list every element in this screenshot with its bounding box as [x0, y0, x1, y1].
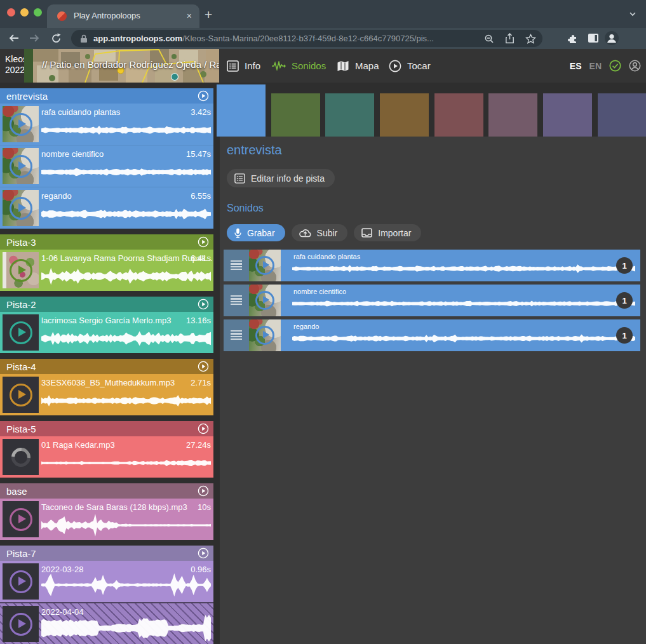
play-icon[interactable] [10, 508, 32, 531]
clip-row[interactable]: 2022-03-28 0.96s [0, 561, 213, 602]
bookmark-star-icon[interactable] [525, 34, 536, 44]
clip-thumbnail[interactable] [3, 106, 39, 142]
reload-button[interactable] [48, 30, 64, 46]
side-panel-icon[interactable] [586, 30, 601, 46]
clip-row[interactable]: nombre cientifico 15.47s [0, 145, 213, 187]
import-icon [361, 228, 372, 238]
clip-row[interactable]: 2022-04-04 [0, 602, 213, 644]
profile-avatar[interactable] [604, 30, 619, 46]
clip-thumbnail[interactable] [3, 501, 39, 537]
track-header-pista-2[interactable]: Pista-2 [0, 297, 213, 312]
track-map-thumbnail[interactable]: // Patio en Bordador Rodríguez Ojeda / R… [24, 49, 219, 83]
url-bar[interactable]: app.antropoloops.com/Kleos-Santa-Marina/… [71, 30, 542, 47]
waveform [41, 326, 211, 351]
tab-mapa[interactable]: Mapa [337, 49, 379, 83]
sound-thumbnail[interactable] [249, 250, 281, 281]
browser-tab[interactable]: Play Antropoloops × [47, 4, 199, 28]
play-icon[interactable] [10, 570, 32, 593]
track-square-entrevista[interactable] [217, 84, 266, 137]
track-header-base[interactable]: base [0, 483, 213, 499]
tab-close-icon[interactable]: × [187, 10, 192, 22]
track-square-7[interactable] [543, 93, 592, 137]
track-header-pista-4[interactable]: Pista-4 [0, 359, 213, 374]
clip-thumbnail[interactable] [3, 606, 39, 642]
sound-row[interactable]: rafa cuidando plantas 1 [224, 250, 640, 281]
macos-minimize-button[interactable] [20, 8, 29, 17]
waveform [292, 330, 635, 347]
import-button[interactable]: Importar [354, 224, 421, 241]
new-tab-button[interactable]: + [205, 7, 212, 22]
track-header-pista-5[interactable]: Pista-5 [0, 421, 213, 436]
track-play-icon[interactable] [198, 299, 209, 310]
edit-track-info-button[interactable]: Editar info de pista [227, 169, 335, 187]
sound-row[interactable]: nombre cientifico 1 [224, 285, 640, 316]
tracks-sidebar: entrevista rafa cuidando plantas 3.42s n… [0, 83, 213, 644]
clip-row[interactable]: lacrimosa Sergio García Merlo.mp3 13.16s [0, 312, 213, 353]
clip-row[interactable]: 1-06 Lavanya Rama Poorna Shadjam Rupak..… [0, 250, 213, 291]
drag-handle[interactable] [224, 319, 249, 351]
play-icon[interactable] [10, 113, 32, 136]
lang-en[interactable]: EN [589, 61, 602, 71]
track-square-8[interactable] [598, 93, 646, 137]
track-header-entrevista[interactable]: entrevista [0, 88, 213, 104]
track-square-3[interactable] [325, 93, 374, 137]
track-square-4[interactable] [380, 93, 429, 137]
zoom-out-icon[interactable] [484, 34, 494, 44]
clip-row[interactable]: Taconeo de Sara Baras (128 kbps).mp3 10s [0, 499, 213, 540]
sound-thumbnail[interactable] [249, 319, 281, 351]
tab-search-chevron-icon[interactable] [628, 10, 637, 18]
macos-zoom-button[interactable] [34, 8, 42, 17]
record-button[interactable]: Grabar [227, 224, 285, 241]
extensions-puzzle-icon[interactable] [565, 30, 581, 46]
play-icon[interactable] [10, 613, 32, 636]
track-play-icon[interactable] [198, 485, 209, 497]
clip-thumbnail[interactable] [3, 563, 39, 600]
drag-handle[interactable] [224, 285, 249, 316]
clip-row[interactable]: regando 6.55s [0, 187, 213, 229]
clip-thumbnail[interactable] [3, 252, 39, 288]
clip-thumbnail[interactable] [3, 190, 39, 226]
clip-thumbnail[interactable] [3, 148, 39, 184]
track-play-icon[interactable] [198, 547, 209, 559]
track-square-2[interactable] [271, 93, 320, 137]
track-play-icon[interactable] [198, 423, 209, 434]
clip-row[interactable]: rafa cuidando plantas 3.42s [0, 104, 213, 145]
track-square-6[interactable] [488, 93, 537, 137]
edit-list-icon [234, 173, 245, 184]
count-badge: 1 [616, 292, 633, 309]
clip-thumbnail[interactable] [3, 377, 39, 413]
clip-row[interactable]: 33ESX6038_B5_Muthedukkum.mp3 2.71s [0, 374, 213, 415]
share-icon[interactable] [505, 33, 515, 44]
track-play-icon[interactable] [198, 90, 209, 102]
play-icon[interactable] [10, 155, 32, 178]
tab-tocar[interactable]: Tocar [389, 49, 431, 83]
upload-button[interactable]: Subir [292, 224, 348, 241]
sound-thumbnail[interactable] [249, 285, 281, 316]
drag-handle[interactable] [224, 250, 249, 281]
play-icon[interactable] [10, 321, 32, 344]
play-icon[interactable] [10, 197, 32, 220]
clip-thumbnail[interactable] [3, 314, 39, 351]
panel-title: entrevista [227, 143, 282, 158]
back-button[interactable] [6, 30, 22, 46]
tab-sonidos[interactable]: Sonidos [272, 49, 326, 83]
play-icon[interactable] [255, 256, 274, 275]
play-icon[interactable] [255, 291, 274, 310]
forward-button[interactable] [27, 30, 42, 46]
track-header-pista-7[interactable]: Pista-7 [0, 546, 213, 561]
play-icon[interactable] [255, 326, 274, 345]
track-play-icon[interactable] [198, 236, 209, 248]
macos-close-button[interactable] [7, 8, 15, 17]
track-play-icon[interactable] [198, 361, 209, 372]
sound-row[interactable]: regando 1 [224, 319, 640, 351]
play-icon[interactable] [10, 384, 32, 406]
map-pin-teal [172, 74, 178, 81]
clip-row[interactable]: 01 Raga Kedar.mp3 27.24s [0, 436, 213, 478]
play-icon[interactable] [10, 259, 32, 282]
tab-info[interactable]: Info [227, 49, 260, 83]
clip-thumbnail[interactable] [3, 439, 39, 475]
track-square-5[interactable] [434, 93, 483, 137]
account-icon[interactable] [629, 60, 641, 72]
lang-es[interactable]: ES [570, 61, 582, 71]
track-header-pista-3[interactable]: Pista-3 [0, 234, 213, 250]
